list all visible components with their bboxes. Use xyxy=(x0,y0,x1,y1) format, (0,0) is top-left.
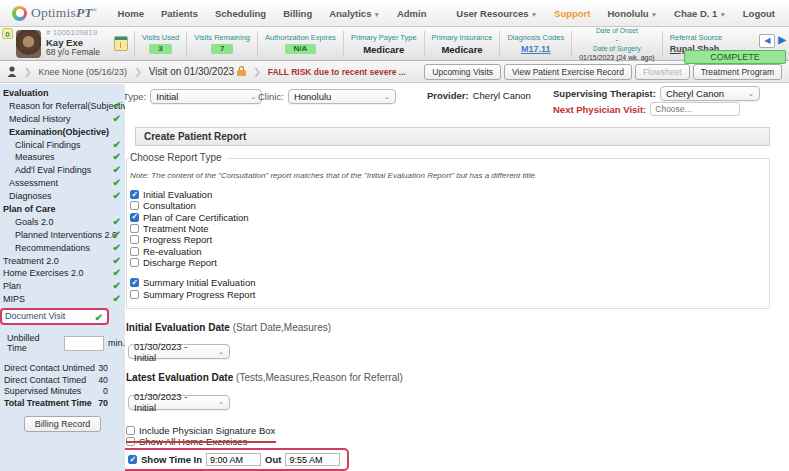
clinic-select[interactable]: Honolulu⌄ xyxy=(288,89,396,104)
nav-billing[interactable]: Billing xyxy=(283,8,312,19)
checkbox-icon[interactable] xyxy=(130,224,139,233)
breadcrumb-case[interactable]: Knee None (05/16/23) xyxy=(39,67,128,77)
checkbox-icon[interactable] xyxy=(130,247,139,256)
sidebar-item-measures[interactable]: Measures✔ xyxy=(0,151,125,164)
checkbox-icon[interactable] xyxy=(130,190,139,199)
sidebar-item-planned-interventions[interactable]: Planned Interventions 2.0✔ xyxy=(0,229,125,242)
registered-mark: ® xyxy=(93,7,98,13)
brand-prefix: Optimis xyxy=(31,5,76,20)
sidebar-item-plan[interactable]: Plan✔ xyxy=(0,280,125,293)
nav-user-resources[interactable]: User Resources▼ xyxy=(456,8,537,19)
sidebar-item-addl-eval-findings[interactable]: Add'l Eval Findings✔ xyxy=(0,164,125,177)
checkbox-icon[interactable] xyxy=(130,290,139,299)
calendar-icon[interactable] xyxy=(114,36,128,51)
sidebar-item-treatment[interactable]: Treatment 2.0✔ xyxy=(0,255,125,268)
report-type-plan-of-care-certification[interactable]: Plan of Care Certification xyxy=(130,212,761,223)
nav-logout[interactable]: Logout xyxy=(743,8,775,19)
checkbox-icon[interactable] xyxy=(126,426,135,435)
nav-clinic-honolulu[interactable]: Honolulu▼ xyxy=(607,8,657,19)
summary-initial-evaluation-checkbox[interactable]: Summary Initial Evaluation xyxy=(130,277,761,288)
provider-value: Cheryl Canon xyxy=(473,90,531,101)
stat-authorization-expires: Authorization Expires N/A xyxy=(257,31,343,57)
billing-record-button[interactable]: Billing Record xyxy=(24,416,102,432)
next-physician-visit-input[interactable] xyxy=(650,102,740,116)
checkbox-icon[interactable] xyxy=(130,258,139,267)
nav-support[interactable]: Support xyxy=(554,8,590,19)
checkbox-icon[interactable] xyxy=(130,201,139,210)
sidebar-item-medical-history[interactable]: Medical History✔ xyxy=(0,113,125,126)
alert-count-badge[interactable]: 0 xyxy=(2,28,13,39)
check-icon: ✔ xyxy=(95,311,103,324)
sidebar-item-examination[interactable]: Examination(Objective)✔ xyxy=(0,126,125,139)
sidebar-item-mips[interactable]: MIPS✔ xyxy=(0,293,125,306)
create-patient-report-header: Create Patient Report xyxy=(135,127,770,146)
app-window: OptimisPT® Home Patients Scheduling Bill… xyxy=(0,0,789,471)
checkbox-icon[interactable] xyxy=(130,213,139,222)
report-type-discharge-report[interactable]: Discharge Report xyxy=(130,257,761,268)
view-exercise-record-button[interactable]: View Patient Exercise Record xyxy=(504,64,632,80)
optimispt-logo[interactable]: OptimisPT® xyxy=(12,5,98,21)
treatment-program-button[interactable]: Treatment Program xyxy=(693,64,782,80)
nav-patients[interactable]: Patients xyxy=(161,8,198,19)
choose-report-type-title: Choose Report Type xyxy=(129,152,227,163)
report-type-treatment-note[interactable]: Treatment Note xyxy=(130,223,761,234)
report-type-initial-evaluation[interactable]: Initial Evaluation xyxy=(130,189,761,200)
patient-avatar[interactable] xyxy=(16,30,41,58)
nav-scheduling[interactable]: Scheduling xyxy=(215,8,266,19)
summary-progress-report-checkbox[interactable]: Summary Progress Report xyxy=(130,288,761,299)
sidebar-item-plan-of-care[interactable]: Plan of Care✔ xyxy=(0,203,125,216)
breadcrumb-visit[interactable]: Visit on 01/30/2023 xyxy=(149,66,246,77)
visit-controls-row: Type: Initial⌄ Clinic: Honolulu⌄ Provide… xyxy=(125,84,789,112)
chevron-down-icon: ⌄ xyxy=(250,93,256,101)
patient-banner-actions: ◀▶ COMPLETE xyxy=(684,29,786,64)
fall-risk-alert[interactable]: FALL RISK due to recent severe ... xyxy=(268,67,406,77)
initial-eval-date-label: Initial Evaluation Date (Start Date,Meas… xyxy=(126,322,789,333)
sidebar-item-document-visit[interactable]: Document Visit✔ xyxy=(0,308,109,325)
chevron-down-icon: ⌄ xyxy=(748,90,754,98)
sidebar-item-evaluation[interactable]: Evaluation✔ xyxy=(0,87,125,100)
checkbox-icon[interactable] xyxy=(126,437,135,446)
unbilled-time-row: Unbilled Time min. xyxy=(7,333,125,353)
checkbox-icon[interactable] xyxy=(128,455,137,464)
visit-breadcrumb-bar: ❯ Knee None (05/16/23) ❯ Visit on 01/30/… xyxy=(0,61,789,83)
patient-demographics: 68 y/o Female xyxy=(46,48,100,57)
stat-visits-used: Visits Used 3 xyxy=(134,31,186,57)
checkbox-icon[interactable] xyxy=(130,278,139,287)
time-in-input[interactable] xyxy=(206,453,261,466)
visit-type-select[interactable]: Initial⌄ xyxy=(150,89,262,104)
sidebar-item-recommendations[interactable]: Recommendations✔ xyxy=(0,242,125,255)
complete-button[interactable]: COMPLETE xyxy=(684,50,786,64)
report-type-re-evaluation[interactable]: Re-evaluation xyxy=(130,245,761,256)
checkbox-icon[interactable] xyxy=(130,235,139,244)
latest-eval-date-select[interactable]: 01/30/2023 - Initial⌄ xyxy=(128,395,230,410)
unbilled-time-input[interactable] xyxy=(64,336,104,351)
prev-arrow-button[interactable]: ◀ xyxy=(759,34,775,48)
nav-admin[interactable]: Admin xyxy=(397,8,427,19)
sidebar-item-reason-for-referral[interactable]: Reason for Referral(Subjective)✔ xyxy=(0,100,125,113)
total-row: Supervised Minutes0 xyxy=(4,386,125,398)
onset-dash: - xyxy=(579,36,655,43)
show-all-home-exercises-checkbox[interactable]: Show All Home Exercises xyxy=(126,436,286,447)
sidebar-item-clinical-findings[interactable]: Clinical Findings✔ xyxy=(0,139,125,152)
nav-user-menu[interactable]: Chae D. 1▼ xyxy=(674,8,726,19)
initial-eval-date-select[interactable]: 01/30/2023 - Initial⌄ xyxy=(128,344,230,359)
surgery-date: 01/15/2023 (24 wk. ago) xyxy=(579,54,655,61)
chevron-down-icon: ⌄ xyxy=(218,398,224,406)
nav-analytics[interactable]: Analytics▼ xyxy=(329,8,380,19)
time-out-input[interactable] xyxy=(285,453,340,466)
sidebar-item-diagnoses[interactable]: Diagnoses✔ xyxy=(0,190,125,203)
sidebar-item-home-exercises[interactable]: Home Exercises 2.0✔ xyxy=(0,267,125,280)
sidebar-item-assessment[interactable]: Assessment✔ xyxy=(0,177,125,190)
diagnosis-code-link[interactable]: M17.11 xyxy=(507,44,564,54)
upcoming-visits-button[interactable]: Upcoming Visits xyxy=(424,64,501,80)
top-nav-right: User Resources▼ Support Honolulu▼ Chae D… xyxy=(456,8,777,19)
report-type-progress-report[interactable]: Progress Report xyxy=(130,234,761,245)
nav-home[interactable]: Home xyxy=(118,8,144,19)
latest-eval-date-label: Latest Evaluation Date (Tests,Measures,R… xyxy=(126,372,789,383)
supervising-therapist-select[interactable]: Cheryl Canon⌄ xyxy=(660,86,760,101)
sidebar-item-goals[interactable]: Goals 2.0✔ xyxy=(0,216,125,229)
report-type-consultation[interactable]: Consultation xyxy=(130,200,761,211)
next-arrow-icon[interactable]: ▶ xyxy=(778,34,786,45)
include-signature-checkbox[interactable]: Include Physician Signature Box xyxy=(126,425,789,436)
patient-icon[interactable] xyxy=(7,66,17,77)
